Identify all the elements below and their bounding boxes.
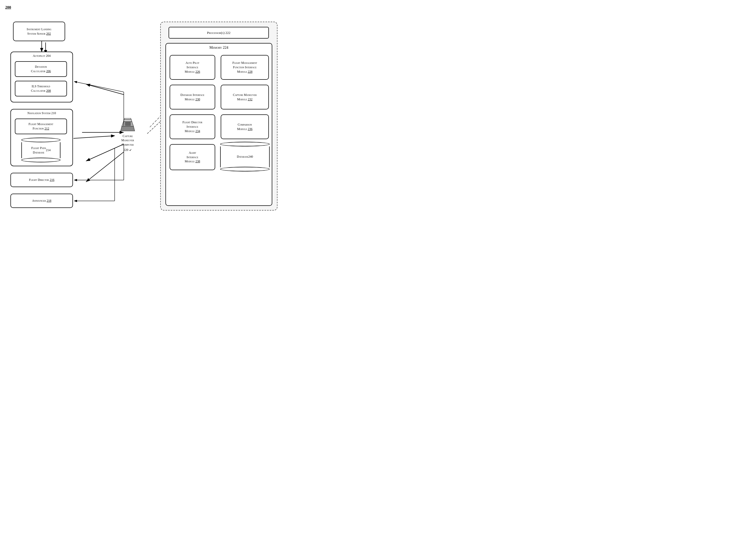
capture-computer-area: CaptureManeuverComputer 220 ↙	[107, 118, 149, 152]
processor-label: Processor(s)	[207, 31, 224, 35]
memory-label: Memory 224	[166, 44, 272, 50]
database-240-cylinder: Database 240	[220, 141, 270, 171]
processor-bar: Processor(s) 222	[169, 27, 269, 39]
autopilot-if-box: Auto PilotInterfaceModule 226	[170, 55, 215, 80]
svg-line-15	[74, 82, 124, 92]
computer-system-outer: Processor(s) 222 Memory 224 Auto PilotIn…	[160, 22, 277, 211]
flight-dir-if-box: Flight DirectorInterfaceModule 234	[170, 114, 215, 139]
capture-maneuver-box: Capture ManeuverModule 232	[221, 85, 269, 109]
flight-mgmt-fn-box: Flight ManagementFunction 212	[15, 119, 67, 134]
flight-director-box: Flight Director 216	[10, 173, 73, 187]
flight-path-db-cylinder: Flight PathDatabase 214	[21, 138, 60, 162]
ils-threshold-box: ILS ThresholdCalculator 208	[15, 81, 67, 96]
svg-marker-10	[124, 118, 131, 119]
ils-sensor-label: Instrument LandingSystem Sensor 202	[27, 27, 52, 36]
diagram-number: 200	[5, 5, 281, 10]
comparison-box: ComparisonModule 236	[221, 114, 269, 139]
nav-system-box: Navigation System 210 Flight ManagementF…	[10, 109, 73, 166]
memory-box: Memory 224 Auto PilotInterfaceModule 226…	[165, 43, 272, 206]
fmf-if-box: Flight ManagementFunction InterfaceModul…	[221, 55, 269, 80]
autopilot-label: Autopilot	[33, 54, 45, 58]
svg-marker-9	[123, 119, 132, 122]
diagram-container: Instrument LandingSystem Sensor 202 Auto…	[5, 14, 281, 217]
capture-computer-num: 220 ↙	[124, 148, 132, 152]
svg-line-3	[86, 84, 124, 95]
autopilot-box: Autopilot 204 DeviationCalculator 206 IL…	[10, 52, 73, 102]
svg-rect-11	[125, 122, 131, 126]
announcer-box: Announcer 218	[10, 194, 73, 208]
svg-line-5	[86, 152, 124, 182]
alert-if-box: AlertInterfaceModule 238	[170, 144, 215, 170]
nav-system-label: Navigation System	[27, 111, 50, 115]
deviation-calc-box: DeviationCalculator 206	[15, 61, 67, 77]
svg-marker-7	[121, 126, 135, 131]
computer-icon	[117, 118, 138, 133]
capture-computer-label: CaptureManeuverComputer	[121, 134, 134, 147]
ils-sensor-box: Instrument LandingSystem Sensor 202	[13, 22, 65, 41]
db-if-box: Database InterfaceModule 230	[170, 85, 215, 109]
